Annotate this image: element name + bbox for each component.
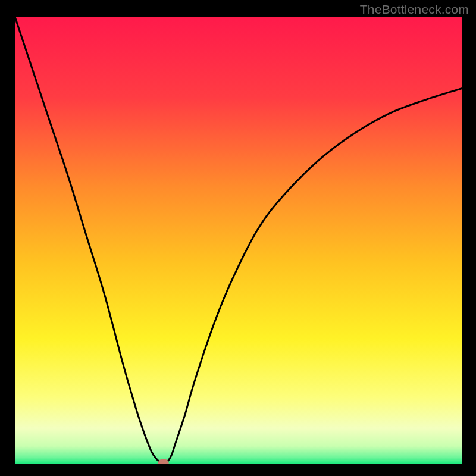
bottleneck-curve — [15, 17, 462, 464]
watermark-text: TheBottleneck.com — [360, 2, 469, 17]
plot-frame — [15, 17, 462, 464]
chart-stage: TheBottleneck.com — [0, 0, 476, 476]
minimum-marker — [158, 459, 169, 464]
curve-path — [15, 17, 462, 464]
